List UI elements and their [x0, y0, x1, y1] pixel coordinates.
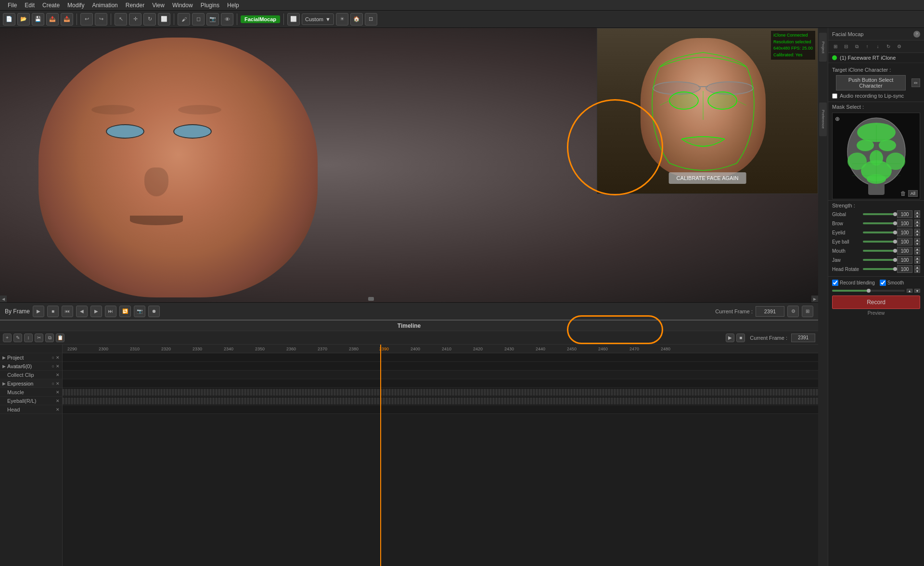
mouth-up-btn[interactable]: ▲	[914, 247, 920, 251]
menu-view[interactable]: View	[148, 2, 168, 9]
eye-btn[interactable]: 👁	[221, 13, 233, 26]
global-down-btn[interactable]: ▼	[914, 214, 920, 218]
brow-up-btn[interactable]: ▲	[914, 219, 920, 223]
play-btn[interactable]: ▶	[33, 306, 44, 317]
slider-head-rotate-track[interactable]	[863, 268, 895, 270]
new-btn[interactable]: 📄	[3, 13, 15, 26]
fp-down-icon[interactable]: ↓	[873, 42, 882, 51]
slider-eyelid-track[interactable]	[863, 232, 895, 233]
loop-btn[interactable]: 🔁	[119, 306, 131, 317]
tl-add[interactable]: +	[3, 334, 12, 342]
smooth-slider-thumb[interactable]	[867, 289, 871, 293]
slider-head-rotate-value[interactable]	[897, 265, 912, 273]
next-frame-btn[interactable]: ▶	[90, 306, 102, 317]
slider-eyeball-value[interactable]	[897, 238, 912, 245]
menu-create[interactable]: Create	[38, 2, 64, 9]
open-btn[interactable]: 📂	[17, 13, 30, 26]
move-btn[interactable]: ✛	[129, 13, 141, 26]
export-btn[interactable]: 📤	[46, 13, 59, 26]
jaw-up-btn[interactable]: ▲	[914, 256, 920, 260]
sun-btn[interactable]: ☀	[336, 13, 348, 26]
fp-refresh-icon[interactable]: ↻	[884, 42, 893, 51]
save-btn[interactable]: 💾	[32, 13, 44, 26]
import-btn[interactable]: 📥	[61, 13, 73, 26]
panel-help-btn[interactable]: ?	[913, 31, 920, 38]
eyelid-down-btn[interactable]: ▼	[914, 232, 920, 236]
frame-input[interactable]	[756, 306, 784, 317]
erase-btn[interactable]: ◻	[192, 13, 205, 26]
slider-brow-track[interactable]	[863, 222, 895, 224]
undo-btn[interactable]: ↩	[80, 13, 93, 26]
slider-brow-value[interactable]	[897, 219, 912, 227]
menu-modify[interactable]: Modify	[64, 2, 88, 9]
fp-up-icon[interactable]: ↑	[863, 42, 872, 51]
fit-btn[interactable]: ⊡	[365, 13, 377, 26]
tl-paste[interactable]: 📋	[56, 334, 64, 342]
smooth-down-btn[interactable]: ▼	[914, 289, 920, 293]
select-char-eyedrop[interactable]: ✏	[911, 78, 920, 87]
eyeball-down-btn[interactable]: ▼	[914, 242, 920, 245]
slider-mouth-value[interactable]	[897, 247, 912, 255]
cam-btn[interactable]: 📷	[206, 13, 219, 26]
select-btn[interactable]: ↖	[115, 13, 127, 26]
tl-cut[interactable]: ✂	[35, 334, 43, 342]
preset-dropdown[interactable]: Custom ▼	[302, 13, 334, 25]
prev-start-btn[interactable]: ⏮	[62, 306, 73, 317]
record-blending-checkbox[interactable]	[832, 280, 838, 286]
eyeball-up-btn[interactable]: ▲	[914, 238, 920, 242]
view-btn[interactable]: ⬜	[287, 13, 300, 26]
tl-copy[interactable]: ⧉	[45, 334, 54, 342]
tl-move[interactable]: ↕	[24, 334, 33, 342]
side-tab-preference[interactable]: Preference	[819, 103, 827, 136]
menu-file[interactable]: File	[4, 2, 21, 9]
fp-settings-icon[interactable]: ⚙	[895, 42, 903, 51]
smooth-slider-track[interactable]	[832, 290, 905, 292]
mouth-down-btn[interactable]: ▼	[914, 251, 920, 255]
menu-window[interactable]: Window	[168, 2, 197, 9]
home-btn[interactable]: 🏠	[350, 13, 363, 26]
mask-delete-icon[interactable]: 🗑	[900, 190, 906, 197]
side-tab-project[interactable]: Project	[819, 33, 827, 62]
redo-btn[interactable]: ↪	[95, 13, 107, 26]
slider-eyeball-track[interactable]	[863, 241, 895, 243]
viewport-scrollbar-thumb[interactable]	[368, 297, 374, 301]
smooth-checkbox[interactable]	[880, 280, 886, 286]
smooth-up-btn[interactable]: ▲	[907, 289, 912, 293]
brow-down-btn[interactable]: ▼	[914, 223, 920, 227]
next-end-btn[interactable]: ⏭	[105, 306, 116, 317]
slider-global-track[interactable]	[863, 213, 895, 215]
global-up-btn[interactable]: ▲	[914, 210, 920, 214]
tl-play[interactable]: ▶	[726, 334, 734, 342]
mask-cursor-icon[interactable]: ⊕	[835, 116, 840, 122]
head-rotate-down-btn[interactable]: ▼	[914, 269, 920, 273]
fp-del-icon[interactable]: ⊟	[842, 42, 850, 51]
scroll-right[interactable]: ▶	[811, 296, 818, 302]
prev-frame-btn[interactable]: ◀	[76, 306, 88, 317]
slider-eyelid-value[interactable]	[897, 229, 912, 236]
region-btn[interactable]: ⬜	[158, 13, 170, 26]
slider-jaw-track[interactable]	[863, 259, 895, 261]
menu-edit[interactable]: Edit	[21, 2, 38, 9]
record-btn[interactable]: Record	[832, 296, 920, 309]
record-playback-btn[interactable]: ⏺	[148, 306, 160, 317]
fp-add-icon[interactable]: ⊞	[831, 42, 840, 51]
mask-all-btn[interactable]: All	[908, 190, 918, 197]
calibrate-btn[interactable]: CALIBRATE FACE AGAIN	[669, 172, 746, 184]
paint-btn[interactable]: 🖌	[178, 13, 190, 26]
menu-plugins[interactable]: Plugins	[197, 2, 223, 9]
tl-edit[interactable]: ✎	[13, 334, 22, 342]
slider-mouth-track[interactable]	[863, 250, 895, 252]
tl-stop[interactable]: ■	[736, 334, 745, 342]
menu-animation[interactable]: Animation	[88, 2, 121, 9]
eyelid-up-btn[interactable]: ▲	[914, 229, 920, 232]
audio-recording-checkbox[interactable]	[832, 93, 837, 99]
scroll-left[interactable]: ◀	[0, 296, 7, 302]
settings-btn[interactable]: ⚙	[787, 306, 799, 317]
menu-render[interactable]: Render	[122, 2, 148, 9]
slider-jaw-value[interactable]	[897, 256, 912, 264]
slider-global-value[interactable]	[897, 210, 912, 218]
grid-btn[interactable]: ⊞	[802, 306, 813, 317]
rotate-btn[interactable]: ↻	[143, 13, 156, 26]
camera-btn[interactable]: 📷	[134, 306, 145, 317]
fp-dup-icon[interactable]: ⧉	[852, 42, 861, 51]
